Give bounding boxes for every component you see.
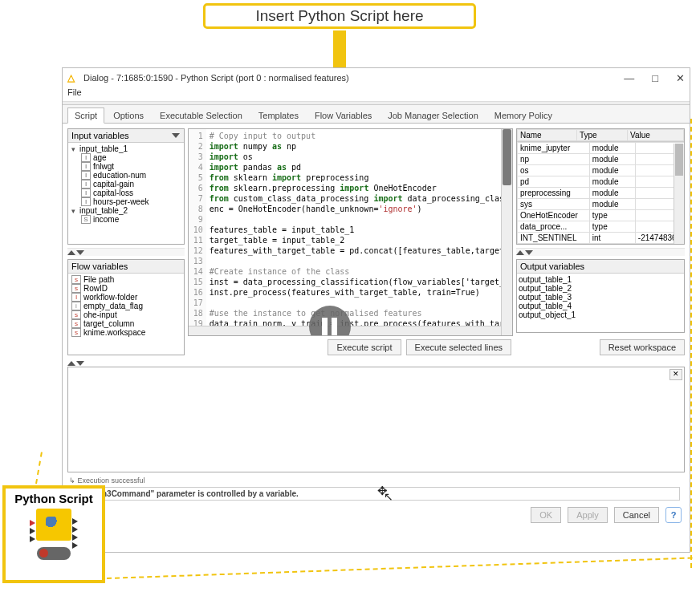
table-row[interactable]: pdmodule <box>518 176 685 188</box>
table-row[interactable]: INT_SENTINELint-2147483648 <box>518 233 685 244</box>
window-title: Dialog - 7:1685:0:1590 - Python Script (… <box>83 73 349 83</box>
tab-options[interactable]: Options <box>106 107 151 123</box>
menubar: File <box>63 87 690 102</box>
warning-icon <box>67 72 79 83</box>
list-item[interactable]: empty_data_flag <box>70 302 182 310</box>
tree-item[interactable]: capital-gain <box>70 180 182 189</box>
table-row[interactable]: LONG_SENTINELint-922337203... <box>518 244 685 245</box>
table-row[interactable]: npmodule <box>518 154 685 165</box>
tree-item[interactable]: age <box>70 153 182 162</box>
apply-button[interactable]: Apply <box>568 507 608 523</box>
vars-vscrollbar[interactable] <box>674 144 684 244</box>
node-icon <box>36 509 71 541</box>
ok-button[interactable]: OK <box>531 507 561 523</box>
status-param-controlled: "python3Command" parameter is controlled… <box>76 489 299 498</box>
dash-connector <box>107 558 693 579</box>
list-item[interactable]: output_object_1 <box>519 310 682 319</box>
close-button[interactable]: ✕ <box>676 72 685 84</box>
flow-vars-title: Flow variables <box>68 260 184 274</box>
table-row[interactable]: knime_jupytermodule <box>518 143 685 154</box>
menu-file[interactable]: File <box>67 87 82 97</box>
execute-script-button[interactable]: Execute script <box>328 339 401 355</box>
output-variables-list[interactable]: output_table_1output_table_2output_table… <box>517 274 684 332</box>
table-row[interactable]: osmodule <box>518 165 685 176</box>
table-row[interactable]: preprocessingmodule <box>518 188 685 199</box>
callout-banner: Insert Python Script here <box>203 3 476 29</box>
callout-text: Insert Python Script here <box>255 7 423 25</box>
list-item[interactable]: target_column <box>70 319 182 328</box>
variables-table[interactable]: knime_jupytermodulenpmoduleosmodulepdmod… <box>517 142 684 244</box>
tab-script[interactable]: Script <box>67 107 104 124</box>
python-script-node: Python Script <box>2 485 105 583</box>
list-item[interactable]: output_table_2 <box>519 284 682 293</box>
list-item[interactable]: output_table_4 <box>519 302 682 310</box>
input-vars-title: Input variables <box>68 129 184 143</box>
tree-item[interactable]: ▾ input_table_2 <box>70 206 182 215</box>
table-row[interactable]: sysmodule <box>518 199 685 210</box>
maximize-button[interactable]: □ <box>652 72 658 84</box>
node-label: Python Script <box>7 492 100 505</box>
reset-workspace-button[interactable]: Reset workspace <box>600 339 685 355</box>
execute-selected-lines-button[interactable]: Execute selected lines <box>406 339 511 355</box>
console-output[interactable]: ✕ <box>67 367 685 472</box>
list-item[interactable]: output_table_3 <box>519 293 682 302</box>
list-item[interactable]: RowID <box>70 284 182 293</box>
output-vars-title: Output variables <box>517 260 684 274</box>
code-vscrollbar[interactable] <box>501 129 512 335</box>
tree-item[interactable]: income <box>70 215 182 224</box>
move-cursor-icon <box>377 484 395 501</box>
tree-item[interactable]: hours-per-week <box>70 197 182 206</box>
minimize-button[interactable]: — <box>624 72 634 84</box>
table-row[interactable]: OneHotEncodertype <box>518 210 685 221</box>
tab-memory[interactable]: Memory Policy <box>487 107 560 123</box>
tab-templates[interactable]: Templates <box>251 107 306 123</box>
console-clear-icon[interactable]: ✕ <box>669 369 682 380</box>
tree-item[interactable]: ▾ input_table_1 <box>70 144 182 153</box>
tree-item[interactable]: fnlwgt <box>70 162 182 171</box>
dash-connector <box>35 452 43 484</box>
vars-col-name[interactable]: Name <box>518 130 577 141</box>
help-icon[interactable]: ? <box>665 507 682 523</box>
flow-variables-tree[interactable]: File pathRowIDworkflow-folderempty_data_… <box>68 274 184 355</box>
tab-exec-sel[interactable]: Executable Selection <box>153 107 250 123</box>
dialog-window: Dialog - 7:1685:0:1590 - Python Script (… <box>62 67 690 553</box>
input-variables-tree[interactable]: ▾ input_table_1agefnlwgteducation-numcap… <box>68 143 184 244</box>
code-editor[interactable]: 1 2 3 4 5 6 7 8 9 10 11 12 13 14 15 16 1… <box>188 128 513 336</box>
status-exec: Execution successful <box>78 476 145 485</box>
tab-jobmgr[interactable]: Job Manager Selection <box>381 107 486 123</box>
list-item[interactable]: knime.workspace <box>70 328 182 337</box>
tree-item[interactable]: education-num <box>70 171 182 180</box>
node-status-icon <box>37 547 71 560</box>
table-row[interactable]: data_proce...type <box>518 221 685 233</box>
list-item[interactable]: File path <box>70 275 182 284</box>
vars-col-value[interactable]: Value <box>628 130 684 141</box>
vars-col-type[interactable]: Type <box>577 130 628 141</box>
list-item[interactable]: workflow-folder <box>70 293 182 302</box>
cancel-button[interactable]: Cancel <box>614 507 659 523</box>
tabs: Script Options Executable Selection Temp… <box>63 105 690 124</box>
tree-item[interactable]: capital-loss <box>70 189 182 197</box>
dash-connector <box>690 119 692 568</box>
list-item[interactable]: ohe-input <box>70 310 182 319</box>
list-item[interactable]: output_table_1 <box>519 275 682 284</box>
tab-flowvars[interactable]: Flow Variables <box>307 107 379 123</box>
titlebar: Dialog - 7:1685:0:1590 - Python Script (… <box>63 68 690 87</box>
